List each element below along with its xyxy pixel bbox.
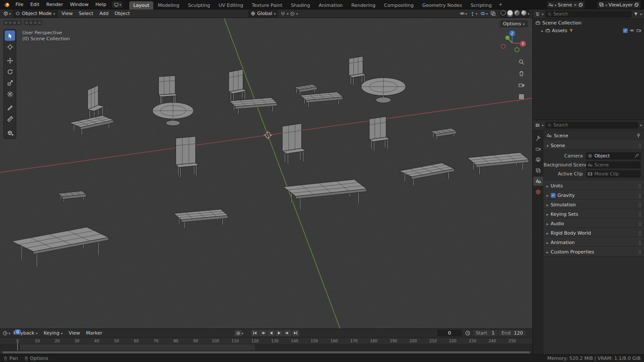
corner-widget-group-1[interactable] (3, 20, 21, 25)
next-keyframe-button[interactable] (284, 330, 291, 336)
editor-type-button[interactable] (2, 11, 12, 16)
panel-custom-properties[interactable]: Custom Properties⣿ (544, 247, 644, 256)
hide-eye-icon[interactable] (629, 28, 635, 33)
properties-editor-icon[interactable] (535, 123, 540, 128)
timeline-scrollbar-thumb[interactable] (2, 351, 530, 353)
scene-unlink-icon[interactable] (574, 2, 577, 8)
blender-logo-icon[interactable] (3, 1, 10, 8)
object-type-visibility-button[interactable] (458, 11, 468, 16)
frame-start-field[interactable]: Start 1 (473, 330, 497, 336)
new-scene-icon[interactable] (578, 3, 583, 7)
previous-keyframe-button[interactable] (259, 330, 267, 336)
tool-rotate[interactable] (5, 66, 15, 77)
workspace-tab-scripting[interactable]: Scripting (467, 1, 495, 9)
workspace-tab-compositing[interactable]: Compositing (380, 1, 418, 9)
workspace-tab-sculpting[interactable]: Sculpting (184, 1, 214, 9)
show-overlays-toggle[interactable] (479, 11, 489, 16)
preview-range-icon[interactable] (465, 330, 471, 336)
tool-add-cube[interactable] (5, 127, 15, 138)
show-gizmo-toggle[interactable] (468, 11, 479, 16)
workspace-tab-rendering[interactable]: Rendering (347, 1, 379, 9)
proportional-falloff-chevron-icon[interactable] (296, 11, 298, 16)
workspace-tab-shading[interactable]: Shading (287, 1, 314, 9)
menu-window[interactable]: Window (67, 0, 92, 9)
render-camera-icon[interactable] (636, 28, 641, 33)
orthographic-toggle-icon[interactable] (517, 92, 526, 101)
zoom-icon[interactable] (517, 57, 526, 66)
timeline-scrollbar[interactable] (2, 351, 531, 354)
menu-edit[interactable]: Edit (27, 0, 43, 9)
tool-measure[interactable] (5, 114, 15, 124)
camera-view-icon[interactable] (517, 81, 526, 89)
eyedropper-icon[interactable] (634, 154, 639, 158)
properties-search-input[interactable] (553, 123, 636, 127)
viewport-menu-select[interactable]: Select (76, 9, 96, 18)
pan-hand-icon[interactable] (517, 69, 526, 78)
jump-to-end-button[interactable] (292, 330, 299, 336)
shading-chevron-icon[interactable] (528, 11, 529, 16)
navigation-gizmo[interactable]: Z X (497, 27, 527, 57)
mode-dropdown[interactable]: Object Mode (13, 10, 58, 17)
workspace-tab-uv-editing[interactable]: UV Editing (215, 1, 247, 9)
viewport-menu-view[interactable]: View (58, 9, 76, 18)
play-reverse-button[interactable] (267, 330, 275, 336)
properties-tab-view-layer[interactable] (533, 166, 543, 175)
outliner-search[interactable] (545, 11, 632, 18)
tool-transform[interactable] (5, 89, 15, 99)
auto-keying-toggle[interactable] (234, 330, 242, 336)
outliner-row-assets[interactable]: Assets (533, 27, 644, 34)
gravity-checkbox[interactable] (551, 193, 556, 198)
auto-keying-chevron-icon[interactable] (242, 330, 243, 336)
pin-icon[interactable] (636, 133, 641, 138)
jump-to-start-button[interactable] (251, 330, 258, 336)
disclosure-icon[interactable] (541, 28, 544, 33)
viewport-menu-add[interactable]: Add (96, 9, 111, 18)
current-frame-marker[interactable]: 0 (15, 329, 21, 335)
workspace-tab-modeling[interactable]: Modeling (154, 1, 183, 9)
panel-drag-icon[interactable]: ⣿ (638, 184, 641, 188)
outliner-editor-icon[interactable] (535, 12, 540, 17)
tool-annotate[interactable] (5, 103, 15, 113)
panel-drag-icon[interactable]: ⣿ (638, 193, 641, 198)
viewport-menu-object[interactable]: Object (112, 9, 133, 18)
properties-filter-chevron-icon[interactable] (640, 122, 642, 128)
outliner-filter-chevron-icon[interactable] (640, 11, 642, 17)
workspace-tab-texture-paint[interactable]: Texture Paint (248, 1, 286, 9)
timeline-menu-marker[interactable]: Marker (83, 329, 105, 338)
menu-render[interactable]: Render (43, 0, 67, 9)
properties-search[interactable] (545, 122, 638, 129)
menu-file[interactable]: File (12, 0, 27, 9)
properties-tab-output[interactable] (533, 155, 543, 164)
properties-tab-world[interactable] (533, 187, 543, 196)
field-camera-input[interactable]: Object (586, 152, 641, 160)
scene-selector[interactable]: Scene (547, 1, 585, 9)
playhead-line[interactable] (17, 342, 18, 350)
properties-tab-scene[interactable] (533, 177, 543, 186)
frame-end-field[interactable]: End 120 (499, 330, 526, 336)
timeline-track-area[interactable] (0, 344, 532, 350)
menu-help[interactable]: Help (92, 0, 109, 9)
workspace-tab-animation[interactable]: Animation (315, 1, 346, 9)
outliner-search-input[interactable] (553, 12, 629, 16)
current-frame-field[interactable]: 0 (437, 330, 462, 336)
corner-widget-group-2[interactable] (24, 20, 42, 25)
panel-keying-sets[interactable]: Keying Sets⣿ (544, 209, 644, 219)
app-template-button[interactable] (112, 1, 123, 8)
snap-toggle[interactable] (279, 11, 287, 16)
tool-scale[interactable] (5, 78, 15, 88)
panel-drag-icon[interactable]: ⣿ (638, 231, 641, 235)
xray-toggle[interactable] (489, 11, 497, 16)
field-background-scene-input[interactable]: Scene (586, 161, 641, 169)
panel-drag-icon[interactable]: ⣿ (638, 202, 641, 207)
panel-drag-icon[interactable]: ⣿ (638, 221, 641, 226)
panel-units[interactable]: Units⣿ (544, 181, 644, 190)
outliner-filter-icon[interactable] (633, 12, 638, 17)
transform-orientation-dropdown[interactable]: Global (248, 10, 278, 17)
panel-rigid-body-world[interactable]: Rigid Body World⣿ (544, 228, 644, 238)
shading-rendered-button[interactable] (521, 10, 527, 17)
shading-material-button[interactable] (514, 10, 520, 17)
proportional-editing-toggle[interactable] (289, 11, 296, 16)
properties-tab-render[interactable] (533, 145, 543, 154)
outliner-row-scene-collection[interactable]: Scene Collection (533, 19, 644, 27)
outliner-editor-chevron-icon[interactable] (542, 11, 544, 17)
